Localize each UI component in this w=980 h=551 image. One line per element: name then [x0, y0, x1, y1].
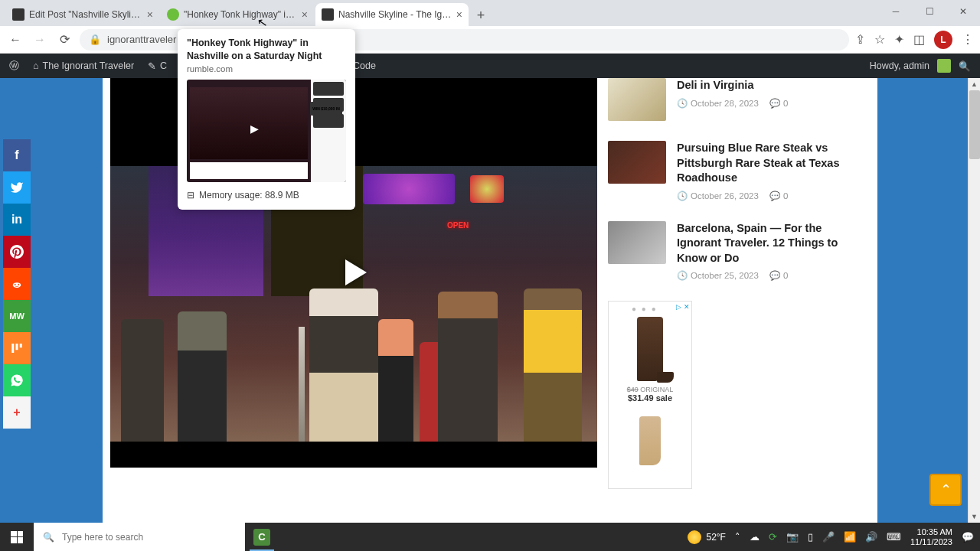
home-icon: ⌂: [33, 60, 39, 71]
brush-icon: ✎: [148, 60, 156, 72]
post-item-2[interactable]: Barcelona, Spain — For the Ignorant Trav…: [608, 221, 862, 282]
scrollbar-thumb[interactable]: [969, 90, 980, 159]
tray-chevron-icon[interactable]: ˄: [735, 531, 740, 543]
svg-rect-4: [11, 344, 14, 353]
share-icon[interactable]: ⇪: [855, 32, 865, 47]
search-icon: 🔍: [43, 532, 54, 543]
wifi-icon[interactable]: 📶: [844, 531, 856, 543]
taskbar-search[interactable]: 🔍 Type here to search: [34, 523, 245, 551]
weather-widget[interactable]: 52°F: [688, 530, 725, 544]
tab-hover-preview: "Honkey Tonk Highway" in Nashville on a …: [178, 29, 355, 210]
extensions-icon[interactable]: ✦: [894, 32, 904, 47]
post-title: Pursuing Blue Rare Steak vs Pittsburgh R…: [677, 141, 862, 186]
taskbar-clock[interactable]: 10:35 AM 11/11/2023: [910, 527, 952, 546]
tab-1[interactable]: "Honkey Tonk Highway" in Nas ×: [161, 3, 314, 26]
scroll-down-arrow[interactable]: ▼: [969, 510, 980, 523]
bluetooth-icon[interactable]: ⌨: [887, 531, 901, 543]
product-image: [637, 317, 663, 381]
linkedin-share[interactable]: in: [3, 204, 31, 236]
ad-prize: WIN $10,000 IN: [310, 102, 342, 116]
comment-icon: 💬: [769, 191, 780, 201]
site-name-link[interactable]: ⌂ The Ignorant Traveler: [33, 60, 134, 71]
mix-share[interactable]: [3, 332, 31, 364]
preview-title: "Honkey Tonk Highway" in Nashville on a …: [178, 29, 355, 64]
forward-button[interactable]: →: [31, 31, 49, 49]
sidepanel-icon[interactable]: ◫: [913, 32, 925, 47]
url-text: ignoranttraveler: [107, 34, 176, 45]
search-placeholder: Type here to search: [62, 532, 143, 543]
close-icon[interactable]: ×: [456, 8, 462, 21]
onedrive-icon[interactable]: ☁: [750, 531, 760, 543]
tab-2[interactable]: Nashville Skyline - The Ignorant ×: [315, 3, 469, 26]
svg-marker-7: [345, 259, 367, 285]
wp-logo[interactable]: ⓦ: [9, 60, 19, 73]
lock-icon: 🔒: [89, 34, 101, 45]
start-button[interactable]: [0, 523, 34, 551]
meet-now-icon[interactable]: 📷: [786, 531, 799, 543]
product-price: $31.49 sale: [628, 393, 672, 403]
taskbar-app-camtasia[interactable]: C: [245, 523, 279, 551]
howdy-text[interactable]: Howdy, admin: [870, 60, 929, 71]
favicon: [167, 8, 179, 21]
new-tab-button[interactable]: +: [470, 5, 492, 26]
more-share[interactable]: +: [3, 396, 31, 429]
profile-button[interactable]: L: [934, 31, 952, 49]
notifications-icon[interactable]: 💬: [962, 531, 974, 543]
minimize-button[interactable]: ─: [879, 0, 913, 23]
avatar[interactable]: [937, 59, 951, 73]
tab-title: Edit Post "Nashville Skyline" ‹ Th: [29, 9, 142, 20]
tab-title: Nashville Skyline - The Ignorant: [338, 9, 452, 20]
mewe-share[interactable]: MW: [3, 300, 31, 332]
preview-memory: ⊟ Memory usage: 88.9 MB: [178, 182, 355, 201]
maximize-button[interactable]: ☐: [913, 0, 946, 23]
close-icon[interactable]: ×: [147, 8, 153, 21]
post-item-1[interactable]: Pursuing Blue Rare Steak vs Pittsburgh R…: [608, 141, 862, 201]
adchoices-icon[interactable]: ▷✕: [676, 303, 690, 311]
reddit-share[interactable]: [3, 268, 31, 300]
sync-icon[interactable]: ⟳: [769, 531, 777, 543]
browser-tabbar: Edit Post "Nashville Skyline" ‹ Th × "Ho…: [0, 0, 980, 26]
memory-icon: ⊟: [187, 190, 194, 201]
close-window-button[interactable]: ✕: [946, 0, 980, 23]
clock-icon: 🕓: [677, 191, 688, 201]
post-thumbnail: [608, 78, 666, 121]
search-icon[interactable]: 🔍: [959, 60, 971, 72]
bookmark-icon[interactable]: ☆: [874, 32, 885, 47]
customize-link[interactable]: ✎ C: [148, 60, 167, 72]
post-title: Deli in Virginia: [677, 78, 788, 93]
back-button[interactable]: ←: [6, 31, 24, 49]
svg-point-1: [13, 282, 21, 288]
post-item-0[interactable]: Deli in Virginia 🕓October 28, 2023 💬0: [608, 78, 862, 121]
scroll-up-arrow[interactable]: ▲: [969, 78, 980, 90]
post-thumbnail: [608, 221, 666, 264]
mic-icon[interactable]: 🎤: [822, 531, 835, 543]
scroll-to-top-button[interactable]: ⌃: [929, 474, 962, 506]
whatsapp-share[interactable]: [3, 364, 31, 396]
sun-icon: [688, 530, 701, 544]
favicon: [322, 8, 334, 21]
svg-point-3: [18, 284, 19, 285]
menu-icon[interactable]: ⋮: [962, 32, 974, 47]
reload-button[interactable]: ⟳: [55, 31, 74, 49]
windows-taskbar: 🔍 Type here to search C 52°F ˄ ☁ ⟳ 📷 ▯ 🎤…: [0, 523, 980, 551]
advertisement[interactable]: ● ● ● ▷✕ $49 ORIGINAL $31.49 sale: [608, 301, 692, 489]
favicon: [12, 8, 24, 21]
facebook-share[interactable]: f: [3, 139, 31, 171]
clock-icon: 🕓: [677, 98, 688, 109]
svg-rect-5: [16, 344, 18, 350]
post-title: Barcelona, Spain — For the Ignorant Trav…: [677, 221, 862, 266]
comment-icon: 💬: [769, 270, 780, 281]
svg-point-2: [15, 284, 16, 285]
open-sign: OPEN: [447, 221, 469, 230]
tab-0[interactable]: Edit Post "Nashville Skyline" ‹ Th ×: [6, 3, 159, 26]
battery-icon[interactable]: ▯: [808, 531, 813, 543]
close-icon[interactable]: ×: [302, 8, 308, 21]
post-meta: 🕓October 25, 2023 💬0: [677, 270, 862, 281]
post-meta: 🕓October 28, 2023 💬0: [677, 98, 788, 109]
page-scrollbar[interactable]: ▲ ▼: [968, 78, 980, 523]
volume-icon[interactable]: 🔊: [865, 531, 877, 543]
twitter-share[interactable]: [3, 171, 31, 204]
play-button[interactable]: [332, 250, 376, 295]
pinterest-share[interactable]: [3, 236, 31, 268]
wp-admin-bar: ⓦ ⌂ The Ignorant Traveler ✎ C Edit Post …: [0, 54, 980, 78]
